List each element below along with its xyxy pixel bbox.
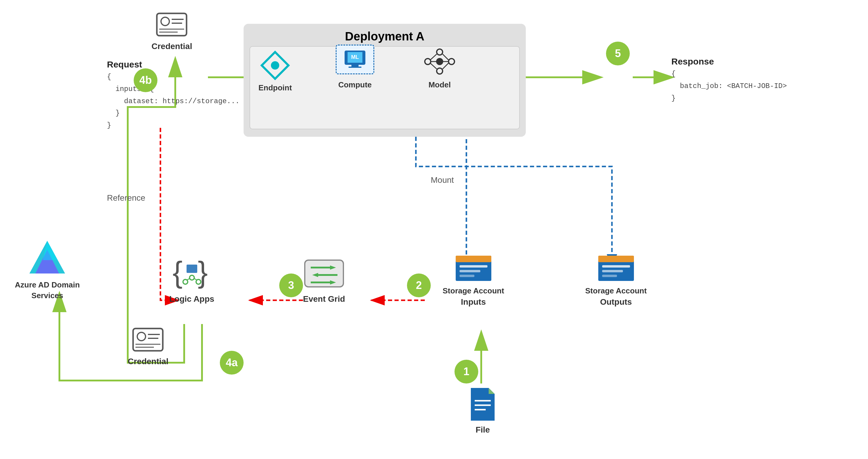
svg-rect-17 — [351, 65, 359, 66]
event-grid-node: Event Grid — [303, 256, 345, 304]
credential-top-node: Credential — [152, 12, 192, 51]
file-node: File — [466, 386, 499, 435]
endpoint-node: Endpoint — [258, 51, 292, 92]
endpoint-icon — [259, 51, 291, 80]
svg-point-31 — [161, 17, 169, 26]
logic-apps-node: { } Logic Apps — [169, 256, 214, 304]
svg-rect-56 — [456, 256, 491, 262]
badge-1: 1 — [455, 360, 478, 383]
svg-point-42 — [189, 275, 194, 280]
credential-bottom-icon — [130, 327, 166, 354]
svg-rect-59 — [460, 275, 474, 277]
response-title: Response — [671, 56, 787, 66]
model-icon — [422, 46, 458, 77]
file-icon — [466, 386, 499, 422]
credential-bottom-label: Credential — [128, 357, 168, 366]
diagram-container: Deployment A Endpoint ML — [0, 0, 868, 459]
storage-outputs-node: Storage AccountOutputs — [585, 250, 647, 308]
file-label: File — [475, 425, 490, 435]
badge-5: 5 — [606, 41, 630, 65]
azure-ad-icon — [26, 238, 68, 277]
request-box: Request { inputs: { dataset: https://sto… — [107, 59, 240, 132]
svg-rect-61 — [598, 256, 634, 262]
svg-point-69 — [137, 332, 146, 341]
svg-text:{: { — [173, 256, 182, 289]
svg-line-27 — [443, 54, 448, 60]
mount-label: Mount — [431, 175, 454, 185]
svg-point-20 — [437, 49, 443, 55]
svg-point-13 — [271, 61, 279, 69]
azure-ad-label: Azure AD DomainServices — [15, 280, 80, 301]
event-grid-label: Event Grid — [303, 294, 345, 304]
svg-rect-64 — [602, 275, 617, 277]
svg-point-22 — [448, 59, 455, 64]
svg-point-23 — [437, 59, 443, 64]
svg-rect-57 — [460, 265, 488, 267]
badge-4a: 4a — [220, 351, 244, 375]
response-body: { batch_job: <BATCH-JOB-ID> } — [671, 68, 787, 104]
credential-bottom-node: Credential — [128, 327, 168, 366]
svg-marker-38 — [43, 241, 58, 260]
svg-line-25 — [430, 63, 437, 69]
credential-top-icon — [154, 12, 189, 39]
storage-inputs-icon — [454, 250, 493, 282]
badge-1-label: 1 — [463, 365, 469, 378]
storage-outputs-icon — [597, 250, 636, 282]
compute-node: ML Compute — [336, 45, 374, 89]
svg-text:ML: ML — [351, 54, 359, 60]
reference-label: Reference — [107, 193, 145, 203]
request-title: Request — [107, 59, 240, 69]
svg-rect-41 — [187, 265, 197, 273]
compute-icon: ML — [336, 45, 374, 77]
storage-inputs-label: Storage AccountInputs — [443, 285, 504, 308]
azure-ad-node: Azure AD DomainServices — [15, 238, 80, 301]
compute-label: Compute — [338, 80, 372, 89]
request-body: { inputs: { dataset: https://storage... … — [107, 71, 240, 132]
response-box: Response { batch_job: <BATCH-JOB-ID> } — [671, 56, 787, 104]
svg-point-19 — [425, 59, 431, 64]
badge-5-label: 5 — [615, 47, 621, 60]
svg-rect-58 — [460, 270, 480, 272]
svg-line-28 — [443, 63, 448, 69]
model-label: Model — [428, 80, 451, 89]
badge-2: 2 — [407, 274, 431, 297]
svg-line-24 — [430, 54, 437, 60]
compute-svg: ML — [343, 49, 367, 70]
model-node: Model — [422, 46, 458, 89]
svg-rect-62 — [602, 265, 630, 267]
storage-inputs-node: Storage AccountInputs — [443, 250, 504, 308]
event-grid-icon — [303, 256, 345, 291]
storage-outputs-label: Storage AccountOutputs — [585, 285, 647, 308]
endpoint-label: Endpoint — [258, 83, 292, 92]
badge-4b-label: 4b — [139, 74, 152, 87]
badge-3: 3 — [279, 274, 303, 297]
badge-4a-label: 4a — [226, 356, 238, 369]
svg-rect-63 — [602, 270, 623, 272]
svg-rect-18 — [348, 66, 362, 68]
credential-top-label: Credential — [152, 41, 192, 51]
logic-apps-icon: { } — [171, 256, 213, 291]
svg-point-21 — [437, 68, 443, 74]
badge-4b: 4b — [134, 68, 157, 92]
logic-apps-label: Logic Apps — [169, 294, 214, 304]
badge-3-label: 3 — [288, 279, 294, 292]
badge-2-label: 2 — [416, 279, 422, 292]
deployment-title: Deployment A — [250, 30, 520, 43]
